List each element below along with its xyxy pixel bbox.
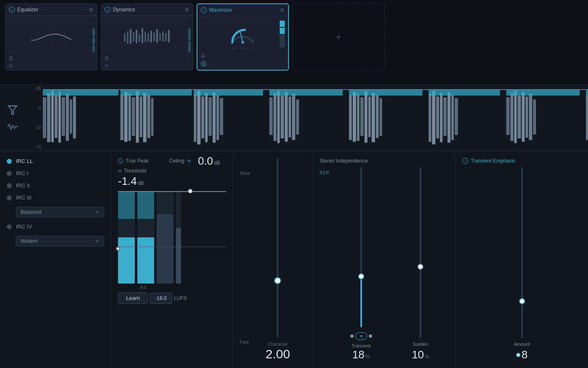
transient-title: Transient Emphasis (471, 158, 515, 164)
svg-rect-54 (277, 91, 280, 143)
transient-slider-thumb[interactable] (358, 273, 364, 279)
plugin-dynamics-header-left: i Dynamics (105, 7, 135, 13)
eq-info-icon[interactable]: i (9, 7, 15, 13)
transient-link-btn[interactable]: ⟲ (355, 332, 367, 340)
dynamics-curve-svg (122, 25, 172, 46)
irc-iii-item[interactable]: IRC III (7, 195, 104, 201)
svg-rect-8 (139, 34, 140, 42)
svg-rect-77 (452, 95, 454, 140)
plugin-card-dynamics[interactable]: i Dynamics ✕ (101, 3, 193, 71)
svg-rect-36 (132, 97, 135, 136)
sustain-slider-track[interactable] (420, 167, 421, 338)
dot-6 (251, 47, 253, 49)
lufs-input[interactable]: -16.0 (150, 293, 172, 304)
character-slider-wrap: Character 2.00 (250, 158, 306, 361)
learn-button[interactable]: Learn (118, 292, 148, 304)
amount-slider-thumb[interactable] (519, 298, 525, 304)
true-peak-info-icon[interactable]: i (118, 158, 123, 163)
svg-rect-64 (360, 97, 364, 136)
irc-iv-dropdown-value: Modern (21, 238, 38, 244)
add-plugin-card[interactable]: + (292, 3, 385, 71)
transient-info-icon[interactable]: i (462, 158, 468, 164)
dynamics-list-icon: ☰ (105, 56, 189, 61)
svg-rect-76 (448, 92, 451, 142)
dyn-strip-bar-1 (188, 29, 191, 40)
irc-iii-dropdown[interactable]: Balanced ▼ (16, 207, 104, 218)
waveform-canvas[interactable] (43, 84, 588, 151)
plugin-card-maximizer[interactable]: i Maximizer ✕ (197, 3, 289, 71)
svg-rect-78 (454, 98, 458, 135)
svg-rect-81 (510, 93, 513, 141)
eq-strip-bar-1 (92, 29, 95, 36)
eq-side-strip (92, 29, 95, 53)
irc-i-label: IRC I (16, 170, 29, 176)
character-slider-thumb[interactable] (274, 277, 281, 284)
svg-rect-46 (205, 93, 207, 142)
svg-rect-32 (43, 89, 118, 95)
slow-fast-col: Slow Fast (240, 158, 250, 361)
waveform-filter-icon[interactable] (8, 104, 18, 116)
irc-iv-item[interactable]: IRC IV (7, 223, 104, 230)
svg-rect-35 (129, 94, 131, 141)
gain-section: i True Peak Ceiling ⟲ 0.0 dB ⟲ Threshold… (111, 151, 233, 368)
svg-rect-17 (165, 33, 167, 41)
amount-slider-track[interactable] (521, 167, 523, 338)
maximizer-info-icon[interactable]: i (201, 7, 207, 13)
transient-slider-track[interactable] (360, 167, 362, 327)
eq-footer: ☰ ⊙ (5, 54, 97, 70)
irc-ii-item[interactable]: IRC II (7, 182, 104, 189)
transient-slider-fill (360, 279, 362, 327)
maximizer-close-icon[interactable]: ✕ (280, 7, 285, 13)
dynamics-info-icon[interactable]: i (105, 7, 110, 13)
eq-close-icon[interactable]: ✕ (89, 6, 94, 13)
irc-i-item[interactable]: IRC I (7, 170, 104, 176)
svg-rect-41 (151, 98, 154, 136)
maximizer-footer: ☰ Ⓢ (197, 52, 288, 70)
svg-rect-24 (47, 93, 50, 142)
waveform-view-icon[interactable] (8, 123, 18, 131)
svg-rect-70 (349, 89, 423, 95)
plugin-card-dynamics-header: i Dynamics ✕ (101, 4, 193, 16)
transient-slider-col: ⟲ Transient 18 % (333, 167, 389, 361)
irc-iv-label: IRC IV (16, 223, 32, 230)
eq-settings-icon: ⊙ (9, 63, 94, 68)
svg-rect-28 (62, 97, 65, 136)
character-slider-track[interactable] (277, 158, 278, 338)
threshold-value: -1.4 (118, 175, 137, 188)
irc-iii-dot (7, 195, 12, 200)
meter-bar-right (137, 191, 154, 284)
dynamics-close-icon[interactable]: ✕ (184, 6, 189, 13)
irc-ll-item[interactable]: IRC LL (7, 158, 104, 164)
character-value: 2.00 (265, 347, 290, 361)
db-label-15: -15 (25, 145, 41, 149)
svg-rect-50 (220, 98, 223, 135)
stereo-icon: o|o (320, 169, 330, 175)
plugin-card-eq[interactable]: i Equalizer ✕ ☰ ⊙ (5, 3, 97, 71)
svg-rect-69 (380, 98, 382, 136)
svg-rect-66 (368, 97, 371, 137)
svg-rect-40 (147, 95, 150, 138)
transient-pct: % (365, 354, 370, 360)
dot-2 (236, 47, 238, 49)
ceiling-value-row: 0.0 dB (198, 155, 220, 168)
svg-marker-21 (8, 106, 17, 114)
maximizer-dots-grid (232, 47, 254, 49)
amount-value: 8 (522, 348, 528, 361)
add-plugin-plus: + (336, 31, 341, 43)
amount-slider-col: Amount 8 (462, 167, 581, 361)
svg-rect-56 (285, 92, 288, 142)
sustain-slider-thumb[interactable] (417, 264, 423, 270)
svg-rect-45 (201, 97, 204, 139)
irc-iv-dropdown[interactable]: Modern ▼ (16, 236, 104, 247)
transient-link-dot-r (369, 334, 372, 338)
sustain-slider-col: Sustain 10 % (392, 167, 449, 361)
svg-rect-29 (66, 94, 69, 141)
amount-value-row: 8 (516, 348, 528, 361)
svg-rect-61 (349, 95, 352, 140)
irc-iii-dropdown-arrow: ▼ (95, 210, 100, 215)
dynamics-settings-icon: ⊙ (105, 63, 189, 68)
svg-rect-63 (357, 94, 360, 141)
max-meter-bar-1 (280, 21, 285, 27)
svg-rect-59 (296, 100, 299, 135)
svg-rect-14 (156, 29, 158, 43)
